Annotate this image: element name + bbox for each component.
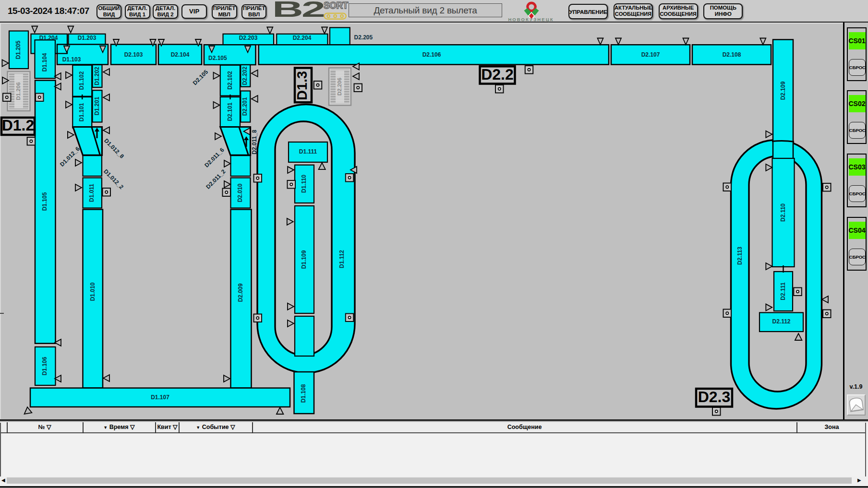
svg-text:D1.102: D1.102 [78, 71, 85, 90]
svg-text:D1.202: D1.202 [94, 67, 100, 85]
svg-text:D2.2: D2.2 [481, 66, 514, 83]
svg-text:D1.201: D1.201 [94, 96, 100, 115]
svg-text:D1.112: D1.112 [338, 250, 345, 268]
svg-text:D1.011: D1.011 [88, 184, 95, 202]
svg-text:D2.011_8: D2.011_8 [251, 130, 258, 155]
svg-text:D1.205: D1.205 [15, 40, 22, 59]
svg-text:D2.105: D2.105 [192, 69, 209, 86]
svg-text:D2.108: D2.108 [723, 51, 741, 58]
svg-text:D1.105: D1.105 [41, 192, 48, 211]
svg-text:D2.011_6: D2.011_6 [203, 146, 225, 168]
svg-text:D1.203: D1.203 [78, 35, 96, 41]
svg-text:D2.109: D2.109 [780, 81, 786, 100]
svg-text:D1.101: D1.101 [78, 103, 85, 121]
svg-text:D1.206: D1.206 [15, 82, 21, 100]
svg-text:D1.107: D1.107 [151, 394, 169, 401]
svg-text:D2.202: D2.202 [241, 66, 248, 85]
svg-text:D1.204: D1.204 [39, 35, 58, 41]
svg-text:D2.112: D2.112 [772, 318, 790, 325]
svg-text:D2.201: D2.201 [241, 97, 248, 116]
svg-text:D2.111: D2.111 [780, 282, 786, 300]
svg-text:D1.111: D1.111 [299, 148, 317, 155]
svg-text:D2.107: D2.107 [641, 51, 660, 58]
svg-text:D2.010: D2.010 [237, 183, 243, 202]
svg-text:D1.106: D1.106 [41, 357, 48, 375]
svg-text:D2.102: D2.102 [227, 71, 233, 90]
svg-text:D2.205: D2.205 [354, 34, 373, 41]
svg-text:D2.113: D2.113 [736, 247, 743, 265]
svg-text:D2.105: D2.105 [208, 55, 227, 61]
svg-text:D2.103: D2.103 [124, 51, 143, 58]
svg-text:D1.109: D1.109 [301, 250, 307, 269]
svg-text:D2.101: D2.101 [227, 102, 233, 121]
svg-text:D1.108: D1.108 [300, 384, 307, 403]
svg-text:D1.103: D1.103 [62, 56, 81, 63]
svg-text:D2.204: D2.204 [293, 35, 312, 41]
svg-text:D1.104: D1.104 [41, 53, 48, 71]
svg-text:D2.009: D2.009 [237, 283, 244, 302]
svg-text:D2.206: D2.206 [336, 77, 342, 95]
svg-text:D2.011_2: D2.011_2 [205, 168, 227, 190]
svg-text:D1.3: D1.3 [294, 71, 310, 100]
svg-text:D1.012_8: D1.012_8 [103, 137, 125, 160]
svg-text:D1.2: D1.2 [2, 117, 35, 134]
svg-text:D1.012_2: D1.012_2 [102, 168, 125, 190]
svg-text:D2.106: D2.106 [422, 51, 441, 58]
svg-text:D2.110: D2.110 [780, 203, 786, 222]
svg-text:D1.010: D1.010 [89, 282, 96, 301]
svg-text:D2.3: D2.3 [698, 388, 731, 405]
svg-text:D1.110: D1.110 [301, 175, 307, 193]
svg-text:D2.104: D2.104 [171, 51, 190, 58]
svg-text:D2.203: D2.203 [239, 35, 258, 41]
